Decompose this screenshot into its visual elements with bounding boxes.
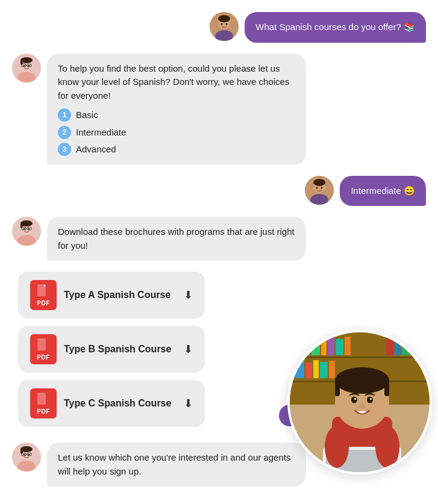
svg-rect-64 — [320, 362, 328, 378]
svg-rect-63 — [313, 360, 319, 378]
bot-avatar-2 — [12, 217, 41, 246]
user-avatar-2 — [305, 176, 334, 205]
pdf-card-a-text: Type A Spanish Course — [64, 290, 177, 300]
bot-bubble-2: Download these brochures with programs t… — [47, 217, 306, 261]
level-num-3: 3 — [58, 143, 71, 156]
svg-point-74 — [370, 398, 372, 400]
level-list: 1 Basic 2 Intermediate 3 Advanced — [58, 108, 295, 157]
user-bubble-1: What Spanish courses do you offer? 📚 — [245, 12, 426, 43]
level-intermediate-label: Intermediate — [76, 126, 126, 140]
message-row-bot1: To help you find the best option, could … — [12, 54, 426, 165]
svg-point-12 — [28, 64, 30, 66]
pdf-card-b-text: Type B Spanish Course — [64, 344, 177, 355]
svg-point-40 — [23, 454, 25, 456]
download-icon-b: ⬇ — [184, 343, 193, 356]
pdf-file-icon-b — [37, 338, 49, 353]
bot-face-svg-3 — [12, 443, 41, 471]
svg-rect-52 — [321, 338, 327, 355]
level-basic-label: Basic — [76, 108, 98, 122]
level-item-basic: 1 Basic — [58, 108, 295, 122]
level-item-advanced: 3 Advanced — [58, 143, 295, 157]
svg-rect-55 — [345, 337, 351, 355]
svg-point-41 — [28, 454, 30, 456]
svg-rect-34 — [37, 393, 46, 405]
svg-rect-33 — [37, 338, 46, 350]
bot-bubble-1: To help you find the best option, could … — [47, 54, 306, 165]
pdf-file-icon-a — [37, 284, 49, 299]
svg-point-78 — [375, 426, 399, 468]
user-face-svg-2 — [305, 176, 334, 205]
level-num-2: 2 — [58, 126, 71, 139]
svg-point-5 — [226, 23, 228, 25]
user-face-svg — [210, 12, 239, 41]
svg-rect-62 — [305, 362, 312, 378]
svg-point-20 — [316, 187, 318, 188]
student-image — [287, 330, 432, 474]
download-icon-c: ⬇ — [184, 397, 193, 410]
svg-point-19 — [313, 179, 325, 186]
svg-rect-53 — [328, 337, 334, 355]
svg-point-3 — [218, 15, 230, 22]
svg-rect-70 — [384, 379, 389, 396]
svg-point-4 — [221, 23, 223, 25]
user-avatar-1 — [210, 12, 239, 41]
final-message-text: Let us know which one you're interested … — [58, 452, 290, 476]
pdf-card-c-text: Type C Spanish Course — [64, 398, 177, 409]
pdf-label-c: PDF — [37, 408, 50, 415]
pdf-icon-b: PDF — [30, 334, 57, 364]
bot-face-svg-1 — [12, 54, 41, 82]
svg-rect-65 — [329, 361, 335, 378]
user-message-1-text: What Spanish courses do you offer? 📚 — [255, 22, 415, 32]
svg-rect-54 — [336, 339, 343, 355]
svg-point-77 — [325, 426, 349, 468]
svg-point-73 — [354, 398, 356, 400]
pdf-icon-c: PDF — [30, 388, 57, 418]
svg-point-71 — [351, 397, 357, 403]
svg-point-21 — [321, 187, 323, 188]
user-bubble-2: Intermediate 😄 — [340, 176, 426, 207]
message-row-user2: Intermediate 😄 — [12, 176, 426, 207]
svg-point-68 — [335, 367, 389, 394]
pdf-label-a: PDF — [37, 300, 50, 306]
level-item-intermediate: 2 Intermediate — [58, 126, 295, 140]
bot-face-svg-2 — [12, 217, 41, 246]
bot-avatar-1 — [12, 54, 41, 82]
pdf-file-icon-c — [37, 393, 49, 407]
bot-message-2-text: Download these brochures with programs t… — [58, 226, 295, 250]
user-message-2-text: Intermediate 😄 — [351, 185, 415, 196]
download-icon-a: ⬇ — [184, 288, 193, 302]
bot-bubble-3: Let us know which one you're interested … — [47, 443, 306, 487]
level-num-1: 1 — [58, 108, 71, 122]
pdf-card-b[interactable]: PDF Type B Spanish Course ⬇ — [18, 326, 205, 373]
message-row-user1: What Spanish courses do you offer? 📚 — [12, 12, 426, 43]
student-illustration — [290, 332, 432, 474]
pdf-card-a[interactable]: PDF Type A Spanish Course ⬇ — [18, 272, 205, 319]
bot-avatar-3 — [12, 443, 41, 471]
message-row-bot2: Download these brochures with programs t… — [12, 217, 426, 261]
pdf-label-b: PDF — [37, 354, 50, 361]
svg-point-28 — [28, 228, 30, 230]
level-advanced-label: Advanced — [76, 143, 116, 157]
pdf-card-c[interactable]: PDF Type C Spanish Course ⬇ — [18, 380, 205, 427]
svg-rect-47 — [290, 356, 432, 358]
svg-rect-69 — [335, 379, 340, 396]
svg-point-72 — [367, 397, 373, 403]
bot-message-1-text: To help you find the best option, could … — [58, 63, 289, 101]
svg-point-27 — [23, 228, 25, 230]
pdf-icon-a: PDF — [30, 280, 57, 310]
svg-point-11 — [23, 64, 25, 66]
svg-rect-57 — [395, 340, 401, 355]
svg-rect-56 — [386, 337, 393, 355]
